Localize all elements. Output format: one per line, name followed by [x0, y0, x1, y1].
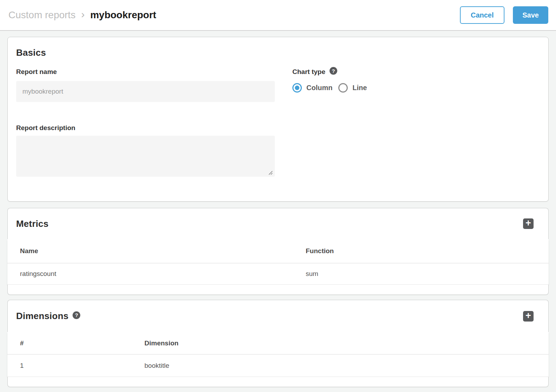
- cancel-button[interactable]: Cancel: [460, 6, 505, 24]
- chart-type-option-column[interactable]: Column: [292, 83, 332, 93]
- metrics-footer: [7, 285, 549, 295]
- radio-unselected-icon[interactable]: [338, 83, 348, 93]
- chart-type-option-line[interactable]: Line: [338, 83, 367, 93]
- basics-title: Basics: [16, 47, 540, 58]
- dimensions-column-dimension: Dimension: [144, 339, 549, 347]
- report-name-label: Report name: [16, 68, 275, 76]
- header-actions: Cancel Save: [460, 6, 548, 24]
- chart-type-radio-group: Column Line: [292, 83, 540, 93]
- metrics-column-name: Name: [7, 247, 306, 255]
- top-bar: Custom reports › mybookreport Cancel Sav…: [0, 0, 556, 31]
- dimensions-table-header: # Dimension: [7, 332, 549, 354]
- dimensions-column-index: #: [7, 339, 144, 347]
- add-metric-button[interactable]: +: [523, 218, 534, 229]
- metrics-section: Metrics + Name Function ratingscount sum: [7, 208, 549, 295]
- page-title: mybookreport: [90, 9, 156, 21]
- dimension-index-cell[interactable]: 1: [7, 362, 144, 370]
- metrics-table: Name Function ratingscount sum: [7, 239, 549, 285]
- metrics-header: Metrics +: [7, 208, 549, 239]
- radio-selected-icon[interactable]: [292, 83, 302, 93]
- dimensions-table-row[interactable]: 1 booktitle: [7, 354, 549, 377]
- report-description-textarea[interactable]: [16, 136, 275, 177]
- metrics-table-header: Name Function: [7, 239, 549, 263]
- dimensions-footer: [7, 377, 549, 387]
- resize-handle-icon[interactable]: [268, 170, 273, 175]
- metrics-column-function: Function: [306, 247, 549, 255]
- dimensions-help-icon[interactable]: ?: [73, 311, 80, 319]
- save-button[interactable]: Save: [513, 6, 548, 24]
- report-description-label: Report description: [16, 124, 275, 132]
- add-dimension-button[interactable]: +: [523, 311, 534, 322]
- dimension-name-cell[interactable]: booktitle: [144, 362, 549, 370]
- chart-type-line-label: Line: [352, 84, 367, 92]
- metric-function-cell[interactable]: sum: [306, 270, 549, 278]
- dimensions-header: Dimensions ? +: [7, 300, 549, 332]
- breadcrumb: Custom reports › mybookreport: [8, 9, 156, 21]
- metrics-title: Metrics: [16, 218, 48, 229]
- chevron-right-icon: ›: [81, 8, 84, 20]
- dimensions-title: Dimensions: [16, 311, 68, 322]
- chart-type-column-label: Column: [306, 84, 332, 92]
- metrics-table-row[interactable]: ratingscount sum: [7, 263, 549, 285]
- report-editor: Basics Report name Report description Ch…: [0, 31, 556, 387]
- breadcrumb-custom-reports-link[interactable]: Custom reports: [8, 9, 75, 21]
- metric-name-cell[interactable]: ratingscount: [7, 270, 306, 278]
- chart-type-label: Chart type: [292, 68, 325, 76]
- report-name-input[interactable]: [16, 81, 275, 102]
- chart-type-help-icon[interactable]: ?: [330, 67, 337, 75]
- dimensions-table: # Dimension 1 booktitle: [7, 332, 549, 377]
- basics-section: Basics Report name Report description Ch…: [7, 37, 549, 202]
- dimensions-section: Dimensions ? + # Dimension 1 booktitle: [7, 300, 549, 387]
